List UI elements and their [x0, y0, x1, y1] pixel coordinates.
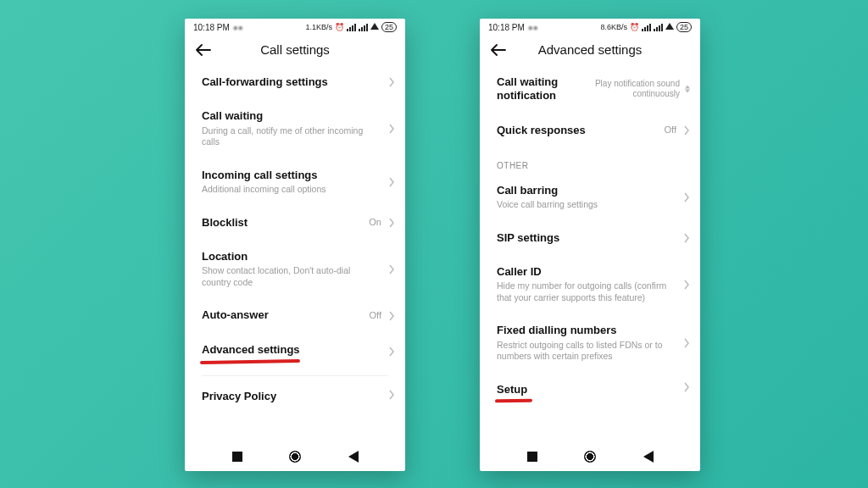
- nav-home-button[interactable]: [584, 451, 596, 463]
- item-title: Fixed dialling numbers: [497, 324, 676, 337]
- battery-icon: 25: [381, 22, 397, 32]
- item-title: Caller ID: [497, 265, 676, 279]
- item-title: Blocklist: [202, 216, 381, 230]
- highlight-underline: [495, 399, 532, 403]
- item-title: Call waiting notification: [497, 75, 590, 103]
- item-title: Setup: [497, 383, 676, 396]
- item-fixed-dialling-numbers[interactable]: Fixed dialling numbers Restrict outgoing…: [480, 313, 700, 373]
- chevron-right-icon: [683, 382, 690, 392]
- phone-advanced-settings: 10:18 PM ●● 8.6KB/s ⏰ 25 Advanced settin…: [480, 19, 700, 471]
- item-call-waiting[interactable]: Call waiting During a call, notify me of…: [185, 99, 405, 158]
- status-speed: 8.6KB/s: [600, 23, 627, 31]
- item-blocklist[interactable]: Blocklist On: [185, 206, 405, 240]
- item-location[interactable]: Location Show contact location, Don't au…: [185, 240, 405, 299]
- item-subtitle: Hide my number for outgoing calls (confi…: [497, 280, 676, 303]
- chevron-right-icon: [388, 390, 395, 400]
- page-title: Advanced settings: [490, 42, 690, 57]
- wifi-icon: [665, 23, 674, 30]
- status-time: 10:18 PM: [488, 23, 525, 32]
- battery-icon: 25: [676, 22, 692, 32]
- chevron-right-icon: [683, 125, 690, 136]
- settings-list: Call-forwarding settings Call waiting Du…: [185, 62, 405, 413]
- android-navbar: [480, 442, 700, 471]
- item-value: Off: [370, 310, 381, 321]
- stage: 10:18 PM ●● 1.1KB/s ⏰ 25 Call settings C…: [0, 0, 868, 488]
- chevron-right-icon: [388, 311, 395, 321]
- header: Call settings: [185, 34, 405, 62]
- signal-icon: [347, 24, 356, 31]
- item-subtitle: Voice call barring settings: [497, 199, 676, 211]
- item-subtitle: During a call, notify me of other incomi…: [202, 125, 381, 148]
- item-title: Location: [202, 250, 381, 263]
- status-notif-blur: ●●: [233, 23, 243, 32]
- page-title: Call settings: [195, 42, 395, 57]
- item-title: Call-forwarding settings: [202, 75, 381, 89]
- item-incoming-call-settings[interactable]: Incoming call settings Additional incomi…: [185, 158, 405, 206]
- item-title: SIP settings: [497, 231, 676, 245]
- settings-list: Call waiting notification Play notificat…: [480, 62, 700, 402]
- chevron-right-icon: [388, 177, 395, 187]
- item-privacy-policy[interactable]: Privacy Policy: [185, 376, 405, 413]
- item-subtitle: Show contact location, Don't auto-dial c…: [202, 265, 381, 288]
- item-caller-id[interactable]: Caller ID Hide my number for outgoing ca…: [480, 255, 700, 314]
- chevron-right-icon: [683, 338, 690, 348]
- item-setup[interactable]: Setup: [480, 373, 700, 402]
- header: Advanced settings: [480, 34, 700, 62]
- nav-back-button[interactable]: [348, 451, 359, 463]
- alarm-icon: ⏰: [335, 23, 344, 31]
- section-other: OTHER: [480, 147, 700, 174]
- signal-icon: [654, 24, 663, 31]
- item-sip-settings[interactable]: SIP settings: [480, 221, 700, 255]
- chevron-right-icon: [388, 218, 395, 228]
- status-bar: 10:18 PM ●● 1.1KB/s ⏰ 25: [185, 19, 405, 34]
- updown-icon: [685, 86, 690, 93]
- item-quick-responses[interactable]: Quick responses Off: [480, 114, 700, 147]
- item-subtitle: Additional incoming call options: [202, 184, 381, 196]
- android-navbar: [185, 442, 405, 471]
- alarm-icon: ⏰: [630, 23, 639, 31]
- chevron-right-icon: [388, 264, 395, 274]
- chevron-right-icon: [683, 280, 690, 290]
- item-advanced-settings[interactable]: Advanced settings: [185, 333, 405, 370]
- signal-icon: [642, 24, 651, 31]
- item-call-forwarding[interactable]: Call-forwarding settings: [185, 65, 405, 99]
- wifi-icon: [370, 23, 379, 30]
- item-call-waiting-notification[interactable]: Call waiting notification Play notificat…: [480, 65, 700, 114]
- chevron-right-icon: [388, 77, 395, 87]
- status-speed: 1.1KB/s: [305, 23, 332, 31]
- phone-call-settings: 10:18 PM ●● 1.1KB/s ⏰ 25 Call settings C…: [185, 19, 405, 471]
- chevron-right-icon: [388, 124, 395, 134]
- status-bar: 10:18 PM ●● 8.6KB/s ⏰ 25: [480, 19, 700, 34]
- item-title: Advanced settings: [202, 343, 381, 357]
- chevron-right-icon: [683, 192, 690, 202]
- signal-icon: [359, 24, 368, 31]
- item-title: Call barring: [497, 184, 676, 197]
- highlight-underline: [200, 359, 300, 364]
- nav-home-button[interactable]: [289, 451, 301, 463]
- item-title: Privacy Policy: [202, 390, 381, 403]
- item-value: On: [369, 217, 381, 228]
- item-value: Play notification sound continuously: [578, 79, 680, 99]
- nav-back-button[interactable]: [643, 451, 654, 463]
- nav-recents-button[interactable]: [232, 452, 242, 462]
- item-title: Incoming call settings: [202, 169, 381, 182]
- status-notif-blur: ●●: [528, 23, 538, 32]
- item-call-barring[interactable]: Call barring Voice call barring settings: [480, 174, 700, 221]
- status-time: 10:18 PM: [193, 23, 230, 32]
- item-title: Quick responses: [497, 124, 676, 137]
- item-value: Off: [665, 125, 676, 136]
- chevron-right-icon: [388, 347, 395, 357]
- item-title: Call waiting: [202, 109, 381, 123]
- item-title: Auto-answer: [202, 308, 381, 322]
- chevron-right-icon: [683, 233, 690, 243]
- item-subtitle: Restrict outgoing calls to listed FDNs o…: [497, 340, 676, 363]
- nav-recents-button[interactable]: [527, 452, 537, 462]
- item-auto-answer[interactable]: Auto-answer Off: [185, 298, 405, 332]
